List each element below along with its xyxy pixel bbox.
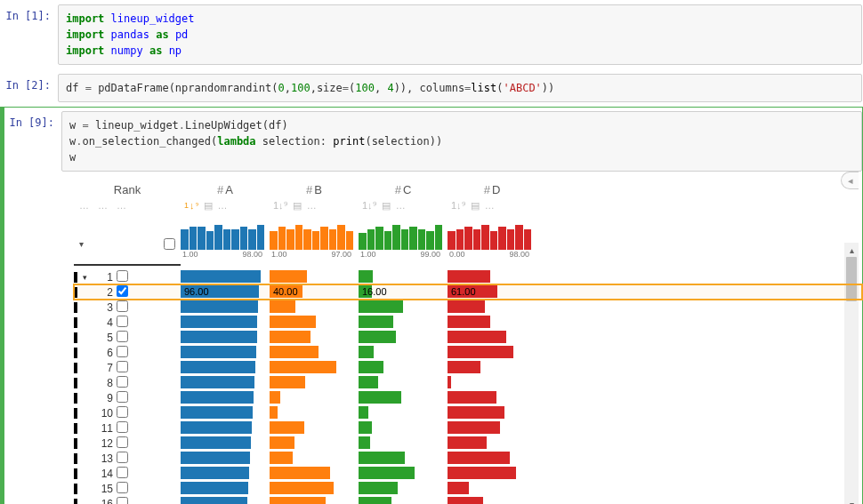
- code-input-3[interactable]: w = lineup_widget.LineUpWidget(df) w.on_…: [61, 111, 862, 172]
- code-cell-3[interactable]: In [9]: w = lineup_widget.LineUpWidget(d…: [0, 107, 863, 504]
- code-cell-2[interactable]: In [2]: df = pdDataFrame(nprandomrandint…: [0, 69, 863, 107]
- bar-cell-C[interactable]: [359, 331, 448, 344]
- table-row[interactable]: ▾16: [74, 496, 862, 504]
- bar-cell-C[interactable]: [359, 376, 448, 389]
- table-row[interactable]: ▾7: [74, 360, 862, 375]
- bar-cell-D[interactable]: [448, 391, 536, 404]
- bar-cell-B[interactable]: [270, 361, 359, 374]
- bar-cell-D[interactable]: [448, 376, 536, 389]
- bar-cell-D[interactable]: [448, 346, 536, 359]
- bar-cell-A[interactable]: [181, 346, 270, 359]
- histogram-D[interactable]: [448, 223, 531, 250]
- table-row[interactable]: ▾10: [74, 405, 862, 420]
- table-row[interactable]: ▾6: [74, 345, 862, 360]
- bar-cell-C[interactable]: [359, 300, 448, 314]
- bar-cell-C[interactable]: [359, 361, 448, 374]
- select-all-checkbox[interactable]: [164, 238, 175, 250]
- table-row[interactable]: ▾15: [74, 481, 862, 496]
- bar-cell-A[interactable]: [181, 270, 270, 284]
- histogram-C[interactable]: [359, 223, 442, 250]
- row-checkbox[interactable]: [117, 346, 128, 357]
- bar-cell-B[interactable]: [270, 421, 359, 435]
- bar-cell-B[interactable]: 40.00: [270, 285, 359, 299]
- more-icon[interactable]: …: [117, 200, 126, 211]
- bar-cell-D[interactable]: [448, 436, 536, 450]
- sort-icon[interactable]: 1↓⁹: [451, 200, 465, 212]
- histogram-B[interactable]: [270, 223, 353, 250]
- row-checkbox[interactable]: [117, 391, 128, 403]
- bar-cell-A[interactable]: [181, 406, 270, 420]
- table-row[interactable]: ▾13: [74, 451, 862, 466]
- bar-cell-B[interactable]: [270, 376, 359, 389]
- table-row[interactable]: ▾1: [74, 269, 862, 284]
- table-row[interactable]: ▾296.0040.0016.0061.00: [74, 284, 862, 300]
- row-checkbox[interactable]: [117, 285, 128, 297]
- row-checkbox[interactable]: [117, 331, 128, 342]
- view-grid-icon[interactable]: ▤: [204, 200, 213, 212]
- bar-cell-D[interactable]: [448, 497, 536, 504]
- view-grid-icon[interactable]: ▤: [382, 200, 391, 212]
- table-row[interactable]: ▾3: [74, 300, 862, 315]
- bar-cell-D[interactable]: [448, 406, 536, 420]
- bar-cell-C[interactable]: [359, 497, 448, 504]
- row-checkbox[interactable]: [117, 452, 128, 463]
- bar-cell-D[interactable]: 61.00: [448, 285, 536, 299]
- bar-cell-B[interactable]: [270, 331, 359, 344]
- more-icon[interactable]: …: [396, 200, 406, 211]
- table-row[interactable]: ▾14: [74, 466, 862, 481]
- bar-cell-C[interactable]: [359, 346, 448, 359]
- row-checkbox[interactable]: [117, 436, 128, 448]
- row-checkbox[interactable]: [117, 421, 128, 433]
- more-icon[interactable]: …: [79, 200, 89, 211]
- row-checkbox[interactable]: [117, 361, 128, 372]
- bar-cell-C[interactable]: [359, 436, 448, 450]
- bar-cell-C[interactable]: [359, 406, 448, 420]
- column-header-C[interactable]: #C: [359, 183, 448, 196]
- histogram-A[interactable]: [181, 223, 264, 250]
- bar-cell-A[interactable]: 96.00: [181, 285, 270, 299]
- more-icon[interactable]: …: [485, 200, 495, 211]
- bar-cell-A[interactable]: [181, 361, 270, 374]
- table-row[interactable]: ▾4: [74, 315, 862, 330]
- sort-icon[interactable]: 1↓⁹: [273, 200, 287, 212]
- row-checkbox[interactable]: [117, 376, 128, 388]
- more-icon[interactable]: …: [218, 200, 228, 211]
- bar-cell-A[interactable]: [181, 467, 270, 480]
- bar-cell-A[interactable]: [181, 316, 270, 329]
- bar-cell-D[interactable]: [448, 421, 536, 435]
- scroll-up-icon[interactable]: ▴: [844, 243, 859, 257]
- bar-cell-C[interactable]: [359, 316, 448, 329]
- sort-icon[interactable]: 1↓⁹: [184, 200, 198, 211]
- bar-cell-A[interactable]: [181, 331, 270, 344]
- more-icon[interactable]: …: [307, 200, 317, 211]
- row-checkbox[interactable]: [117, 497, 128, 505]
- bar-cell-C[interactable]: [359, 391, 448, 404]
- bar-cell-A[interactable]: [181, 482, 270, 495]
- row-checkbox[interactable]: [117, 467, 128, 478]
- bar-cell-D[interactable]: [448, 482, 536, 495]
- bar-cell-B[interactable]: [270, 467, 359, 480]
- bar-cell-B[interactable]: [270, 482, 359, 495]
- bar-cell-B[interactable]: [270, 452, 359, 465]
- bar-cell-B[interactable]: [270, 436, 359, 450]
- table-row[interactable]: ▾12: [74, 436, 862, 451]
- bar-cell-C[interactable]: 16.00: [359, 285, 448, 299]
- expand-caret-icon[interactable]: ▾: [83, 273, 92, 282]
- table-row[interactable]: ▾11: [74, 420, 862, 436]
- code-cell-1[interactable]: In [1]: import lineup_widget import pand…: [0, 0, 863, 69]
- row-checkbox[interactable]: [117, 482, 128, 493]
- row-checkbox[interactable]: [117, 300, 128, 312]
- bar-cell-D[interactable]: [448, 452, 536, 465]
- scroll-down-icon[interactable]: ▾: [844, 497, 859, 504]
- bar-cell-D[interactable]: [448, 331, 536, 344]
- bar-cell-C[interactable]: [359, 270, 448, 284]
- column-header-B[interactable]: #B: [270, 183, 359, 196]
- column-header-D[interactable]: #D: [448, 183, 536, 196]
- bar-cell-B[interactable]: [270, 391, 359, 404]
- table-row[interactable]: ▾8: [74, 375, 862, 390]
- bar-cell-B[interactable]: [270, 346, 359, 359]
- collapse-caret-icon[interactable]: ▾: [79, 239, 84, 249]
- bar-cell-A[interactable]: [181, 497, 270, 504]
- bar-cell-D[interactable]: [448, 316, 536, 329]
- column-header-rank[interactable]: Rank: [74, 183, 181, 196]
